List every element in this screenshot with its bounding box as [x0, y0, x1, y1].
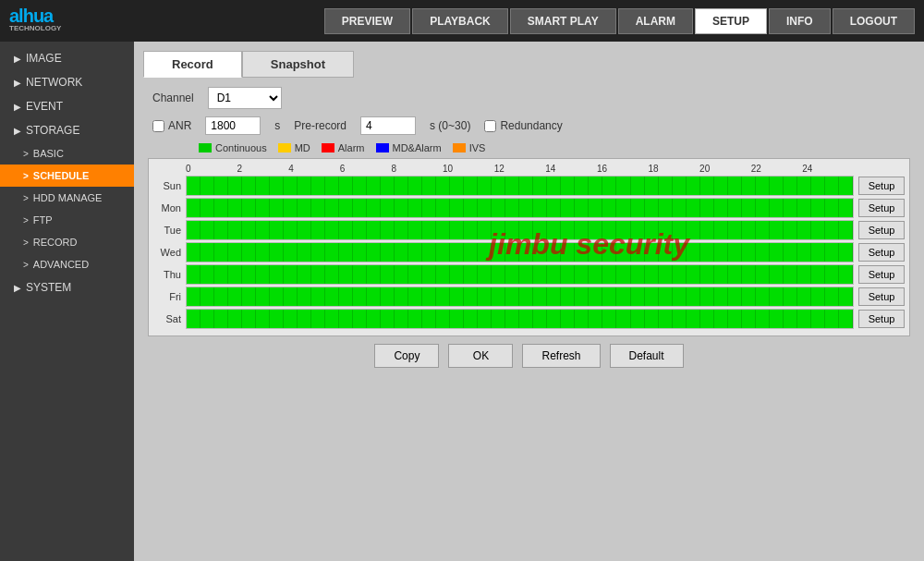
grid-cell[interactable]: [811, 177, 825, 195]
grid-cell[interactable]: [797, 243, 811, 262]
grid-cell[interactable]: [631, 221, 645, 239]
grid-cell[interactable]: [631, 265, 645, 284]
grid-cell[interactable]: [547, 243, 561, 262]
nav-logout[interactable]: LOGOUT: [833, 8, 915, 34]
grid-cell[interactable]: [339, 243, 353, 262]
grid-cell[interactable]: [742, 287, 756, 306]
grid-cell[interactable]: [464, 287, 478, 306]
grid-cell[interactable]: [450, 221, 464, 239]
grid-cell[interactable]: [645, 243, 659, 262]
grid-cell[interactable]: [811, 243, 825, 262]
grid-cell[interactable]: [187, 243, 201, 262]
grid-cell[interactable]: [270, 265, 284, 284]
grid-cell[interactable]: [187, 221, 201, 239]
grid-cell[interactable]: [659, 177, 673, 195]
grid-cell[interactable]: [311, 265, 325, 284]
grid-cell[interactable]: [270, 243, 284, 262]
grid-cell[interactable]: [839, 265, 853, 284]
grid-cell[interactable]: [687, 265, 700, 284]
grid-cell[interactable]: [284, 199, 298, 217]
grid-cell[interactable]: [784, 243, 797, 262]
grid-cell[interactable]: [325, 221, 339, 239]
setup-button-thu[interactable]: Setup: [858, 265, 905, 284]
grid-cell[interactable]: [422, 221, 436, 239]
grid-cell[interactable]: [839, 287, 853, 306]
grid-cell[interactable]: [602, 287, 616, 306]
grid-cell[interactable]: [408, 287, 422, 306]
grid-cell[interactable]: [464, 243, 478, 262]
grid-cell[interactable]: [547, 177, 561, 195]
grid-cell[interactable]: [728, 177, 742, 195]
grid-cell[interactable]: [547, 310, 561, 328]
grid-cell[interactable]: [478, 287, 492, 306]
grid-cell[interactable]: [381, 265, 395, 284]
grid-cell[interactable]: [714, 199, 728, 217]
grid-cell[interactable]: [214, 265, 228, 284]
grid-cell[interactable]: [631, 199, 645, 217]
grid-cell[interactable]: [436, 177, 450, 195]
grid-cell[interactable]: [339, 265, 353, 284]
grid-cell[interactable]: [589, 221, 602, 239]
grid-cell[interactable]: [492, 243, 505, 262]
grid-cell[interactable]: [422, 265, 436, 284]
sidebar-item-image[interactable]: ▶IMAGE: [0, 46, 134, 70]
grid-cell[interactable]: [811, 199, 825, 217]
grid-cell[interactable]: [201, 177, 214, 195]
grid-cell[interactable]: [797, 265, 811, 284]
grid-cell[interactable]: [519, 177, 533, 195]
grid-cell[interactable]: [422, 310, 436, 328]
grid-cell[interactable]: [367, 199, 381, 217]
grid-cell[interactable]: [408, 243, 422, 262]
grid-cell[interactable]: [631, 243, 645, 262]
grid-cell[interactable]: [284, 177, 298, 195]
grid-cell[interactable]: [756, 199, 770, 217]
grid-cell[interactable]: [298, 199, 311, 217]
grid-cell[interactable]: [353, 310, 367, 328]
grid-cell[interactable]: [673, 199, 687, 217]
grid-cell[interactable]: [478, 310, 492, 328]
grid-cell[interactable]: [450, 177, 464, 195]
grid-cell[interactable]: [575, 177, 589, 195]
grid-cell[interactable]: [311, 221, 325, 239]
grid-cell[interactable]: [533, 310, 547, 328]
grid-cell[interactable]: [478, 265, 492, 284]
grid-cell[interactable]: [228, 287, 242, 306]
grid-cell[interactable]: [242, 199, 256, 217]
grid-cell[interactable]: [714, 177, 728, 195]
day-grid[interactable]: [186, 176, 854, 196]
grid-cell[interactable]: [201, 221, 214, 239]
grid-cell[interactable]: [839, 177, 853, 195]
grid-cell[interactable]: [602, 265, 616, 284]
setup-button-tue[interactable]: Setup: [858, 221, 905, 239]
sidebar-item-network[interactable]: ▶NETWORK: [0, 70, 134, 94]
anr-input[interactable]: [205, 116, 261, 135]
day-grid[interactable]: [186, 220, 854, 240]
grid-cell[interactable]: [228, 265, 242, 284]
grid-cell[interactable]: [298, 265, 311, 284]
tab-record[interactable]: Record: [143, 51, 242, 78]
grid-cell[interactable]: [547, 221, 561, 239]
grid-cell[interactable]: [839, 243, 853, 262]
grid-cell[interactable]: [700, 199, 714, 217]
grid-cell[interactable]: [256, 287, 270, 306]
nav-smart-play[interactable]: SMART PLAY: [510, 8, 616, 34]
grid-cell[interactable]: [673, 287, 687, 306]
sidebar-item-advanced[interactable]: >ADVANCED: [0, 253, 134, 275]
grid-cell[interactable]: [478, 199, 492, 217]
grid-cell[interactable]: [242, 310, 256, 328]
grid-cell[interactable]: [242, 177, 256, 195]
grid-cell[interactable]: [519, 265, 533, 284]
grid-cell[interactable]: [770, 310, 784, 328]
grid-cell[interactable]: [187, 310, 201, 328]
grid-cell[interactable]: [201, 310, 214, 328]
grid-cell[interactable]: [561, 177, 575, 195]
grid-cell[interactable]: [381, 243, 395, 262]
grid-cell[interactable]: [797, 177, 811, 195]
grid-cell[interactable]: [256, 243, 270, 262]
grid-cell[interactable]: [353, 287, 367, 306]
grid-cell[interactable]: [353, 199, 367, 217]
grid-cell[interactable]: [436, 265, 450, 284]
grid-cell[interactable]: [756, 310, 770, 328]
grid-cell[interactable]: [339, 287, 353, 306]
grid-cell[interactable]: [797, 221, 811, 239]
